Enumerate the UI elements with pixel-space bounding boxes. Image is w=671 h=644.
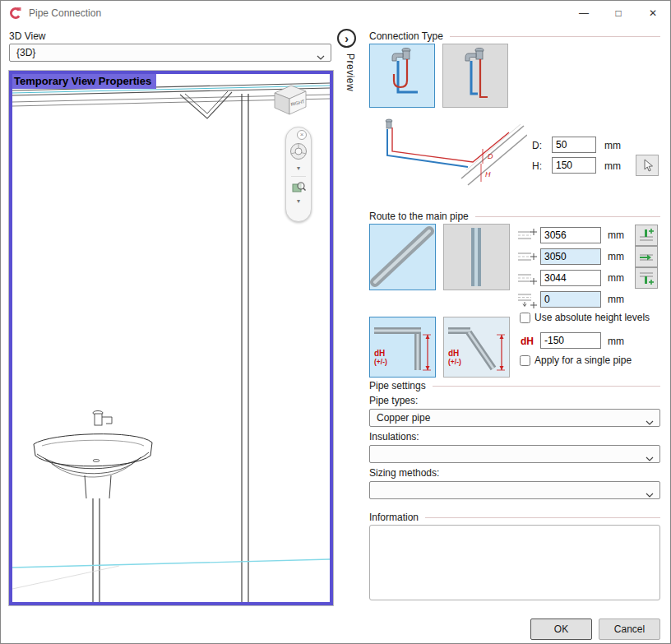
vertical-pipe-icon	[444, 225, 509, 290]
pipe-top-level-icon	[517, 228, 537, 245]
pipe-bottom-level-icon	[517, 271, 537, 288]
information-box[interactable]	[369, 525, 660, 600]
wheel-menu-arrow-icon[interactable]: ▾	[297, 165, 300, 172]
center-elevation-input[interactable]	[540, 248, 601, 265]
dh-unit: mm	[608, 336, 624, 347]
sink-fixture	[34, 411, 152, 499]
h-input[interactable]	[552, 157, 596, 174]
zoom-menu-arrow-icon[interactable]: ▾	[297, 198, 300, 205]
custom-elevation-input[interactable]	[540, 291, 601, 308]
dh-badge: dH (+/-)	[374, 349, 387, 367]
route-dh-slope-option[interactable]: dH (+/-)	[443, 317, 510, 378]
sizing-methods-label: Sizing methods:	[369, 467, 439, 479]
diagram-h-letter: H	[485, 170, 491, 178]
top-elevation-unit: mm	[608, 229, 624, 241]
pipe-custom-level-icon	[517, 292, 537, 311]
apply-single-pipe-checkbox[interactable]: Apply for a single pipe	[520, 354, 632, 366]
apply-single-pipe-box[interactable]	[520, 355, 530, 366]
temporary-view-properties-badge: Temporary View Properties	[12, 74, 156, 89]
route-title: Route to the main pipe	[369, 211, 660, 222]
chevron-right-icon: ›	[345, 32, 349, 45]
connection-type-option-loop[interactable]	[369, 44, 435, 108]
pipe-types-label: Pipe types:	[369, 395, 418, 406]
connect-middle-button[interactable]	[635, 246, 658, 267]
bottom-elevation-input[interactable]	[540, 270, 601, 286]
pipe-types-value: Copper pipe	[377, 412, 430, 424]
3d-scene	[12, 74, 330, 602]
connection-diagram: D H	[369, 116, 527, 193]
d-label: D:	[532, 140, 542, 151]
connection-straight-icon	[443, 44, 507, 107]
cursor-pointer-icon	[641, 158, 654, 173]
titlebar: Pipe Connection — □ ✕	[1, 1, 670, 25]
pipe-settings-title: Pipe settings	[369, 380, 660, 391]
navigation-cube[interactable]: RIGHT	[269, 81, 310, 119]
pipe-types-selector[interactable]: Copper pipe	[369, 409, 660, 427]
sloped-pipe-icon	[370, 225, 435, 290]
dh-vertical-drop-icon	[370, 317, 435, 377]
connection-loop-icon	[370, 44, 434, 107]
toolbar-close-icon[interactable]: ×	[297, 130, 307, 140]
zoom-region-icon[interactable]	[292, 181, 306, 196]
center-elevation-unit: mm	[608, 251, 624, 262]
h-unit: mm	[604, 160, 621, 172]
diagram-d-letter: D	[488, 152, 493, 160]
information-title: Information	[369, 512, 660, 523]
top-elevation-input[interactable]	[540, 227, 601, 243]
custom-elevation-unit: mm	[608, 294, 624, 305]
d-unit: mm	[604, 140, 621, 151]
pipe-center-level-icon	[517, 249, 537, 266]
view-label: 3D View	[9, 30, 45, 42]
connect-top-icon	[638, 228, 655, 243]
maximize-icon[interactable]: □	[601, 1, 636, 25]
dh-badge: dH (+/-)	[448, 349, 461, 367]
expand-preview-button[interactable]: ›	[337, 29, 356, 48]
connect-top-button[interactable]	[635, 225, 658, 246]
steering-wheel-icon[interactable]	[289, 142, 308, 163]
route-vertical-option[interactable]	[443, 224, 510, 290]
insulations-label: Insulations:	[369, 431, 419, 442]
ok-button[interactable]: OK	[530, 619, 592, 640]
minimize-icon[interactable]: —	[567, 1, 601, 25]
chevron-down-icon	[646, 489, 654, 500]
dh-sloped-drop-icon	[444, 317, 509, 377]
route-slope-option[interactable]	[369, 224, 436, 290]
chevron-down-icon	[317, 51, 325, 63]
chevron-down-icon	[646, 452, 654, 464]
insulations-selector[interactable]	[369, 445, 660, 463]
connect-middle-icon	[638, 249, 655, 264]
close-icon[interactable]: ✕	[636, 1, 670, 25]
connection-type-title: Connection Type	[369, 30, 660, 42]
navigation-toolbar: × ▾ ▾	[285, 127, 312, 222]
cancel-button[interactable]: Cancel	[599, 619, 660, 640]
pipe-connection-dialog: Pipe Connection — □ ✕ 3D View {3D}	[0, 0, 671, 644]
view-selector-value: {3D}	[16, 47, 35, 58]
dh-label: dH	[521, 336, 534, 347]
d-input[interactable]	[552, 137, 596, 153]
pick-in-model-button[interactable]	[636, 155, 659, 176]
app-icon	[9, 7, 22, 20]
chevron-down-icon	[646, 416, 654, 428]
connect-bottom-button[interactable]	[635, 267, 658, 289]
h-label: H:	[532, 160, 542, 172]
route-dh-vertical-option[interactable]: dH (+/-)	[369, 317, 436, 378]
window-title: Pipe Connection	[29, 1, 101, 25]
dh-input[interactable]	[540, 332, 601, 349]
bottom-elevation-unit: mm	[608, 272, 624, 284]
preview-strip-label: Preview	[338, 53, 356, 91]
connect-bottom-icon	[638, 271, 655, 285]
use-absolute-height-box[interactable]	[520, 313, 530, 323]
3d-viewport[interactable]: Temporary View Properties RIGHT × ▾	[9, 71, 333, 605]
use-absolute-height-checkbox[interactable]: Use absolute height levels	[520, 312, 650, 323]
view-selector[interactable]: {3D}	[9, 44, 331, 62]
sizing-methods-selector[interactable]	[369, 481, 660, 499]
connection-type-option-straight[interactable]	[442, 44, 508, 108]
toolbar-divider	[291, 176, 306, 177]
